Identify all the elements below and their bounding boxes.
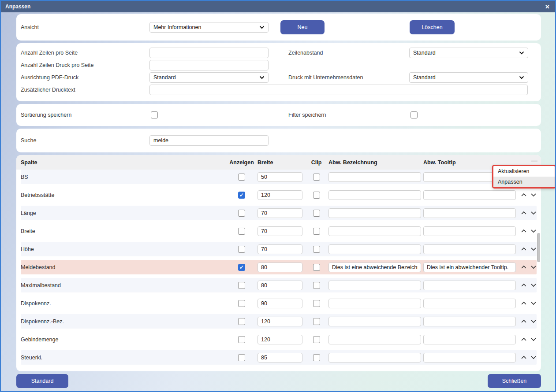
move-down-icon[interactable] [530,337,537,341]
show-checkbox[interactable] [238,264,245,271]
alt-label-input[interactable] [328,317,421,326]
rows-print-per-page-input[interactable] [149,60,269,70]
view-select[interactable]: Mehr Informationen [149,22,269,33]
clip-checkbox[interactable] [313,354,320,361]
width-input[interactable] [257,281,302,290]
alt-label-input[interactable] [328,335,421,344]
show-checkbox[interactable] [238,282,245,289]
save-sort-checkbox[interactable] [151,111,158,118]
alt-tooltip-input[interactable] [423,263,516,272]
clip-checkbox[interactable] [313,318,320,325]
alt-tooltip-input[interactable] [423,299,516,308]
line-spacing-select[interactable]: Standard [409,48,528,58]
table-scrollbar-thumb[interactable] [537,233,540,262]
close-dialog-button[interactable]: Schließen [488,374,541,388]
alt-tooltip-input[interactable] [423,244,516,254]
alt-label-input[interactable] [328,281,421,290]
move-down-icon[interactable] [530,247,537,251]
rows-per-page-input[interactable] [149,48,269,58]
table-menu-icon[interactable] [531,160,537,163]
standard-button[interactable]: Standard [16,374,68,388]
clip-checkbox[interactable] [313,228,320,235]
show-checkbox[interactable] [238,210,245,217]
width-input[interactable] [257,244,302,254]
move-up-icon[interactable] [521,355,527,359]
new-button[interactable]: Neu [280,20,325,34]
width-input[interactable] [257,335,302,344]
move-down-icon[interactable] [530,283,537,287]
move-down-icon[interactable] [530,211,537,215]
context-menu-item[interactable]: Anpassen [493,177,555,187]
width-input[interactable] [257,190,302,200]
alt-tooltip-input[interactable] [423,190,516,200]
alt-tooltip-input[interactable] [423,208,516,218]
alt-label-input[interactable] [328,226,421,236]
chevron-down-icon [519,76,524,79]
width-input[interactable] [257,263,302,272]
show-checkbox[interactable] [238,318,245,325]
alt-label-input[interactable] [328,244,421,254]
width-input[interactable] [257,226,302,236]
alt-tooltip-input[interactable] [423,281,516,290]
alt-label-input[interactable] [328,190,421,200]
move-up-icon[interactable] [521,229,527,233]
move-up-icon[interactable] [521,319,527,323]
search-input[interactable] [149,135,269,146]
alt-tooltip-input[interactable] [423,226,516,236]
width-input[interactable] [257,353,302,362]
width-input[interactable] [257,317,302,326]
header-column: Spalte [21,159,228,166]
view-select-value: Mehr Informationen [153,24,259,30]
anpassen-dialog: Anpassen ✕ Ansicht Mehr Informationen Ne… [0,0,556,392]
clip-checkbox[interactable] [313,210,320,217]
alt-label-input[interactable] [328,353,421,362]
width-input[interactable] [257,172,302,182]
alt-tooltip-input[interactable] [423,353,516,362]
alt-label-input[interactable] [328,208,421,218]
move-down-icon[interactable] [530,301,537,305]
show-checkbox[interactable] [238,336,245,343]
show-checkbox[interactable] [238,246,245,253]
clip-checkbox[interactable] [313,174,320,181]
clip-checkbox[interactable] [313,300,320,307]
alt-tooltip-input[interactable] [423,335,516,344]
pdf-orientation-select[interactable]: Standard [149,72,269,83]
show-checkbox[interactable] [238,354,245,361]
clip-checkbox[interactable] [313,264,320,271]
save-filter-checkbox[interactable] [410,111,418,118]
move-up-icon[interactable] [521,301,527,305]
table-row: Dispokennz.-Bez. [21,314,537,329]
show-checkbox[interactable] [238,174,245,181]
alt-label-input[interactable] [328,263,421,272]
move-up-icon[interactable] [521,265,527,269]
move-down-icon[interactable] [530,229,537,233]
show-checkbox[interactable] [238,192,245,199]
move-down-icon[interactable] [530,265,537,269]
move-up-icon[interactable] [521,211,527,215]
show-checkbox[interactable] [238,300,245,307]
close-icon[interactable]: ✕ [544,4,551,10]
clip-checkbox[interactable] [313,246,320,253]
width-input[interactable] [257,299,302,308]
move-up-icon[interactable] [521,247,527,251]
move-down-icon[interactable] [530,193,537,197]
show-checkbox[interactable] [238,228,245,235]
table-header: Spalte Anzeigen Breite Clip Abw. Bezeich… [16,155,541,170]
move-up-icon[interactable] [521,337,527,341]
clip-checkbox[interactable] [313,192,320,199]
alt-tooltip-input[interactable] [423,317,516,326]
clip-checkbox[interactable] [313,282,320,289]
extra-print-text-input[interactable] [149,85,528,95]
context-menu-item[interactable]: Aktualisieren [493,166,555,177]
width-input[interactable] [257,208,302,218]
move-up-icon[interactable] [521,283,527,287]
delete-button[interactable]: Löschen [410,20,455,34]
print-company-data-select[interactable]: Standard [409,72,528,83]
row-column-name: BS [21,174,228,180]
clip-checkbox[interactable] [313,336,320,343]
alt-label-input[interactable] [328,299,421,308]
move-down-icon[interactable] [530,319,537,323]
move-up-icon[interactable] [521,193,527,197]
move-down-icon[interactable] [530,355,537,359]
alt-label-input[interactable] [328,172,421,182]
